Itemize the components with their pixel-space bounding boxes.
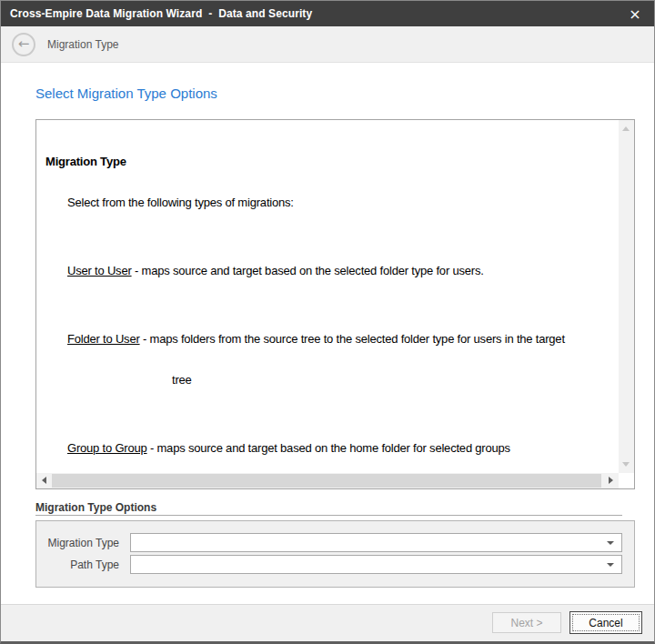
nav-header: ← Migration Type: [1, 26, 654, 63]
description-box: Migration Type Select from the following…: [35, 119, 635, 489]
migration-type-field-label: Migration Type: [36, 537, 119, 549]
nav-title: Migration Type: [47, 38, 119, 51]
cancel-button[interactable]: Cancel: [569, 611, 642, 634]
close-button[interactable]: ×: [616, 1, 654, 26]
migration-item-group-to-group: Group to Group - maps source and target …: [67, 441, 617, 455]
chevron-down-icon: [607, 563, 614, 567]
term-folder-to-user: Folder to User: [67, 332, 140, 346]
vertical-scrollbar[interactable]: [619, 120, 634, 473]
desc-user-to-user: - maps source and target based on the se…: [132, 264, 484, 277]
options-panel: Migration Type Path Type: [35, 520, 635, 588]
migration-item-folder-to-user: Folder to User - maps folders from the s…: [67, 332, 617, 346]
wizard-window: Cross-Empire Data Migration Wizard - Dat…: [0, 0, 655, 644]
term-group-to-group: Group to Group: [67, 441, 147, 455]
scroll-left-icon[interactable]: [42, 477, 46, 484]
scroll-up-icon[interactable]: [622, 126, 630, 131]
close-icon: ×: [629, 5, 640, 23]
path-type-combobox[interactable]: [130, 555, 622, 574]
options-group-label: Migration Type Options: [35, 501, 156, 514]
next-button[interactable]: Next >: [492, 612, 561, 633]
migration-item-user-to-user: User to User - maps source and target ba…: [67, 264, 617, 277]
desc-folder-to-user: - maps folders from the source tree to t…: [140, 332, 565, 346]
migration-type-combobox[interactable]: [130, 533, 622, 552]
back-button[interactable]: ←: [12, 33, 35, 56]
description-content: Migration Type Select from the following…: [36, 120, 619, 473]
term-user-to-user: User to User: [67, 264, 132, 277]
desc-group-to-group: - maps source and target based on the ho…: [147, 441, 510, 455]
scroll-right-icon[interactable]: [609, 477, 613, 484]
horizontal-scrollbar[interactable]: [36, 473, 619, 488]
page-title: Select Migration Type Options: [35, 86, 217, 101]
window-title: Cross-Empire Data Migration Wizard - Dat…: [1, 7, 312, 20]
path-type-field-label: Path Type: [36, 558, 119, 571]
horizontal-scrollbar-thumb[interactable]: [52, 474, 601, 488]
desc-folder-to-user-wrap: tree: [172, 373, 617, 387]
back-arrow-icon: ←: [18, 37, 30, 51]
chevron-down-icon: [607, 541, 614, 545]
section-heading-migration-type: Migration Type: [45, 155, 617, 168]
section-intro-migration-type: Select from the following types of migra…: [67, 196, 617, 209]
options-group-rule: [35, 515, 622, 516]
scroll-down-icon[interactable]: [622, 462, 630, 467]
titlebar: Cross-Empire Data Migration Wizard - Dat…: [1, 1, 654, 26]
